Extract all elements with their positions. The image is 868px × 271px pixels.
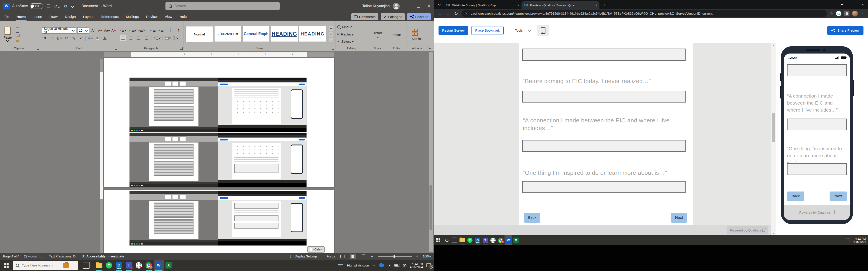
justify-button[interactable] bbox=[144, 35, 149, 41]
tab-design[interactable]: Design bbox=[61, 12, 79, 21]
browser-tab-distribute[interactable]: XM Distribute Survey | Qualtrics Exp × bbox=[443, 1, 522, 9]
save-icon[interactable] bbox=[47, 4, 50, 8]
tab-search-chevron[interactable] bbox=[436, 1, 442, 8]
editing-mode-button[interactable]: Editing bbox=[381, 13, 405, 20]
place-bookmark-button[interactable]: Place Bookmark bbox=[471, 26, 504, 35]
text-entry-box-2[interactable] bbox=[522, 91, 686, 103]
italic-button[interactable]: I bbox=[49, 35, 55, 41]
addins-button[interactable]: Add-ins bbox=[412, 28, 422, 41]
tab-home[interactable]: Home bbox=[13, 12, 30, 21]
page-scrollbar[interactable]: ▲ ▼ bbox=[771, 43, 776, 235]
start-button[interactable] bbox=[4, 263, 8, 268]
taskbar-search-input[interactable] bbox=[21, 263, 62, 268]
cut-button[interactable]: ✂ bbox=[15, 25, 20, 30]
print-layout-icon[interactable] bbox=[350, 253, 356, 259]
search-highlight-icon[interactable] bbox=[63, 263, 69, 268]
taskbar-clock[interactable]: 4:12 PM 4/16/2024 bbox=[410, 262, 423, 269]
scrollbar-thumb[interactable] bbox=[772, 113, 775, 142]
phone-text-entry-1[interactable] bbox=[787, 64, 847, 76]
reload-icon[interactable]: ↻ bbox=[454, 11, 459, 16]
page-indicator[interactable]: Page 4 of 4 bbox=[3, 255, 20, 258]
dictate-button[interactable]: Dictate bbox=[373, 29, 383, 39]
tools-dropdown[interactable]: Tools bbox=[515, 29, 530, 32]
taskbar-search-box[interactable] bbox=[13, 261, 78, 270]
close-tab-icon[interactable]: × bbox=[518, 3, 519, 7]
back-icon[interactable]: ← bbox=[437, 11, 442, 16]
tab-mailings[interactable]: Mailings bbox=[122, 12, 143, 21]
redo-icon[interactable]: ↻ bbox=[64, 4, 67, 9]
text-highlight-button[interactable]: ✏ bbox=[95, 35, 100, 41]
collapse-ribbon-icon[interactable] bbox=[428, 46, 431, 49]
tab-file[interactable]: File bbox=[0, 12, 13, 21]
copy-button[interactable] bbox=[15, 31, 20, 37]
grammarly-extension-icon[interactable]: G bbox=[836, 11, 841, 16]
subscript-button[interactable]: x₂ bbox=[71, 35, 76, 41]
mobile-view-toggle[interactable] bbox=[537, 25, 549, 36]
change-case-button[interactable]: Aa bbox=[104, 28, 110, 33]
taskbar-outlook[interactable]: ONEW bbox=[114, 260, 124, 271]
clipboard-dialog-launcher[interactable] bbox=[37, 47, 39, 50]
document-page-4[interactable]: (Ctrl) bbox=[104, 191, 334, 253]
zoom-slider-thumb[interactable] bbox=[394, 255, 395, 258]
scroll-up-arrow[interactable]: ▲ bbox=[771, 44, 776, 46]
bookmark-star-icon[interactable]: ☆ bbox=[830, 11, 833, 16]
underline-button[interactable]: U bbox=[57, 35, 62, 41]
word-count[interactable]: 22 words bbox=[24, 255, 37, 258]
decrease-indent-button[interactable]: ⇤ bbox=[150, 27, 156, 33]
forward-icon[interactable]: → bbox=[445, 11, 451, 16]
taskbar-search-button[interactable] bbox=[443, 235, 451, 245]
bullets-button[interactable]: • bbox=[120, 27, 126, 33]
document-scrollbar[interactable] bbox=[429, 52, 433, 251]
text-predictions[interactable]: Text Predictions: On bbox=[49, 255, 77, 258]
zoom-in-button[interactable]: + bbox=[416, 254, 418, 258]
start-button[interactable] bbox=[436, 238, 440, 242]
taskbar-slack[interactable] bbox=[489, 235, 497, 245]
close-button[interactable]: × bbox=[424, 0, 434, 12]
style-heading-1[interactable]: HEADING bbox=[271, 26, 298, 42]
site-info-icon[interactable] bbox=[465, 12, 468, 15]
url-text[interactable]: pacificresearch.qualtrics.com/jfe/previe… bbox=[471, 12, 712, 15]
phone-text-entry-2[interactable] bbox=[787, 118, 847, 130]
font-dialog-launcher[interactable] bbox=[115, 47, 117, 50]
web-layout-icon[interactable] bbox=[360, 253, 366, 259]
text-effects-button[interactable]: A bbox=[88, 35, 93, 41]
taskbar-outlook[interactable]: ONEW bbox=[474, 235, 482, 245]
autosave-toggle[interactable]: Off bbox=[30, 3, 43, 9]
editor-button[interactable]: Editor bbox=[393, 32, 401, 37]
notification-center-icon[interactable]: 22 bbox=[426, 263, 431, 267]
document-page-3[interactable] bbox=[104, 58, 334, 187]
share-button[interactable]: Share bbox=[407, 13, 431, 20]
taskbar-file-explorer[interactable] bbox=[94, 260, 104, 271]
taskbar-chrome[interactable] bbox=[497, 235, 504, 245]
shrink-font-button[interactable]: A bbox=[97, 28, 103, 33]
browser-tab-preview[interactable]: XM Preview - Qualtrics Survey | Qua × bbox=[522, 1, 599, 9]
word-app-icon[interactable]: W bbox=[3, 3, 10, 9]
select-button[interactable]: ↖Select bbox=[337, 38, 366, 44]
taskbar-spotify[interactable] bbox=[466, 235, 474, 245]
chrome-menu-icon[interactable]: ⋮ bbox=[861, 11, 865, 16]
show-formatting-button[interactable]: ¶ bbox=[176, 27, 181, 33]
share-preview-button[interactable]: Share Preview bbox=[827, 26, 864, 35]
tab-review[interactable]: Review bbox=[143, 12, 161, 21]
font-color-button[interactable]: A bbox=[102, 35, 107, 41]
scroll-down-arrow[interactable]: ▼ bbox=[771, 232, 776, 234]
phone-back-button[interactable]: Back bbox=[787, 192, 804, 201]
user-avatar[interactable] bbox=[393, 3, 400, 9]
strikethrough-button[interactable]: ab bbox=[64, 35, 69, 41]
clear-formatting-button[interactable]: A bbox=[111, 28, 116, 33]
paragraph-dialog-launcher[interactable] bbox=[180, 47, 183, 50]
increase-indent-button[interactable]: ⇥ bbox=[158, 27, 164, 33]
restart-survey-button[interactable]: Restart Survey bbox=[438, 26, 468, 35]
tab-references[interactable]: References bbox=[97, 12, 122, 21]
taskbar-word[interactable]: W bbox=[504, 235, 512, 245]
focus-button[interactable]: Focus bbox=[322, 255, 335, 258]
borders-button[interactable] bbox=[173, 35, 178, 41]
zoom-slider[interactable] bbox=[378, 256, 412, 257]
scrollbar-thumb[interactable] bbox=[430, 185, 432, 230]
line-spacing-button[interactable]: ↕ bbox=[154, 35, 160, 41]
new-tab-button[interactable]: + bbox=[601, 2, 607, 8]
taskbar-excel[interactable]: X bbox=[164, 260, 174, 271]
align-right-button[interactable] bbox=[136, 35, 141, 41]
text-entry-box-1[interactable] bbox=[522, 48, 686, 61]
bold-button[interactable]: B bbox=[42, 35, 48, 41]
